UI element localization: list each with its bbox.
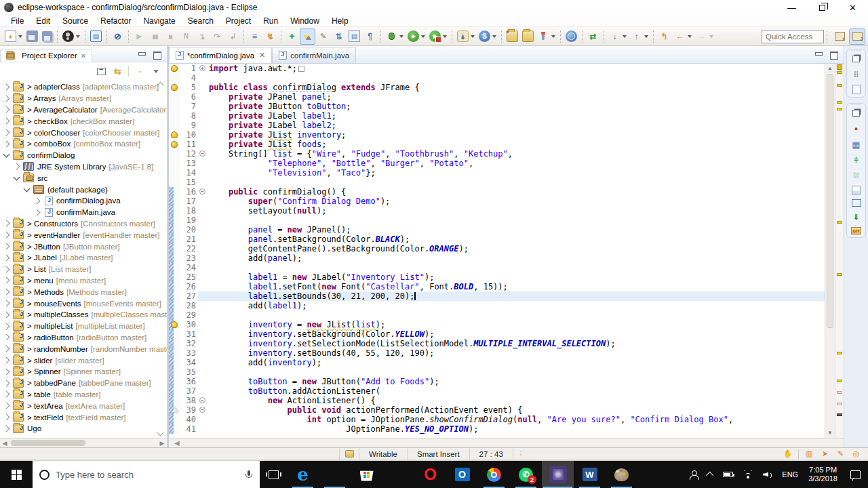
- code-line-36[interactable]: 36 toButton = new JButton("Add to Foods"…: [169, 377, 825, 386]
- back-button[interactable]: [672, 28, 694, 45]
- taskbar-search[interactable]: Type here to search: [33, 461, 260, 488]
- code-line-26[interactable]: 26 label1.setFont(new Font("Castellar", …: [169, 282, 825, 291]
- tree-item-mouseevents[interactable]: > mouseEvents[mouseEvents master]: [0, 298, 167, 309]
- hscroll-left-icon[interactable]: ◀: [0, 439, 9, 448]
- code-line-10[interactable]: 10 private JList inventory;: [169, 130, 825, 140]
- dropdown-arrow-icon[interactable]: [76, 35, 80, 38]
- code-line-35[interactable]: 35: [169, 367, 825, 377]
- expand-arrow-icon[interactable]: [3, 289, 10, 296]
- collapse-arrow-icon[interactable]: [24, 185, 31, 192]
- editor-hscroll-left-icon[interactable]: ◀: [169, 439, 180, 447]
- code-line-28[interactable]: 28 add(label1);: [169, 301, 825, 310]
- edge-taskbar-button[interactable]: e: [287, 461, 319, 488]
- volume-button[interactable]: [758, 461, 777, 488]
- overview-header-mark[interactable]: [837, 64, 842, 70]
- mark-occurrences-button[interactable]: [300, 28, 315, 45]
- dropdown-arrow-icon[interactable]: [18, 35, 22, 38]
- file-explorer-taskbar-button[interactable]: [319, 461, 351, 488]
- language-button[interactable]: ENG: [777, 461, 803, 488]
- tree-item-radiobutton[interactable]: > radioButton[radioButton master]: [0, 332, 167, 344]
- save-all-button[interactable]: [40, 28, 54, 45]
- code-line-27[interactable]: 27 label1.setBounds(30, 21, 200, 20);: [169, 291, 825, 301]
- suspend-button[interactable]: [147, 28, 163, 45]
- tree-item-jlabel[interactable]: > JLabel[JLabel master]: [0, 252, 167, 264]
- expand-arrow-icon[interactable]: [3, 300, 10, 307]
- tree-item-jre-system-library[interactable]: JRE System Library[JavaSE-1.8]: [0, 161, 167, 173]
- expand-arrow-icon[interactable]: [3, 118, 10, 125]
- tree-item-tabbedpane[interactable]: > tabbedPane[tabbedPane master]: [0, 378, 167, 389]
- overview-ruler[interactable]: [835, 64, 844, 438]
- table-view-button[interactable]: [850, 139, 863, 150]
- save-button[interactable]: [24, 28, 40, 45]
- expand-arrow-icon[interactable]: [34, 209, 41, 216]
- code-line-6[interactable]: 6 private JPanel panel;: [169, 92, 825, 102]
- view-menu-button[interactable]: [150, 66, 161, 77]
- warning-marker-icon[interactable]: [171, 321, 178, 328]
- code-line-14[interactable]: 14 "Television", "Taco"};: [169, 168, 825, 178]
- disconnect-button[interactable]: [178, 28, 194, 45]
- collapse-arrow-icon[interactable]: [3, 151, 10, 158]
- annotation-mark[interactable]: [837, 391, 842, 394]
- fold-collapse-icon[interactable]: −: [199, 407, 205, 413]
- code-line-4[interactable]: 4: [169, 73, 825, 83]
- code-line-15[interactable]: 15: [169, 178, 825, 187]
- minimize-button[interactable]: —: [776, 0, 807, 15]
- opera-taskbar-button[interactable]: O: [414, 461, 446, 488]
- console-view-button[interactable]: [852, 199, 861, 207]
- expand-arrow-icon[interactable]: [3, 311, 10, 318]
- explorer-hscrollbar[interactable]: ◀ ▶: [0, 438, 167, 447]
- code-line-11[interactable]: 11 private JList foods;: [169, 140, 825, 149]
- code-line-12[interactable]: 12− String[] list = {"Wire", "Fudge", "T…: [169, 149, 825, 159]
- expand-arrow-icon[interactable]: [3, 129, 10, 136]
- menu-edit[interactable]: Edit: [31, 16, 56, 26]
- new-package-button[interactable]: [284, 28, 300, 45]
- code-line-33[interactable]: 33 inventory.setBounds(40, 55, 120, 190)…: [169, 348, 825, 358]
- vscroll-up-icon[interactable]: ▲: [825, 64, 835, 73]
- expand-arrow-icon[interactable]: [14, 163, 20, 170]
- tree-item-multiplelist[interactable]: > multipleList[multipleList master]: [0, 321, 167, 332]
- collapse-arrow-icon[interactable]: [14, 174, 20, 180]
- tree-item-methods[interactable]: > Methods[Methods master]: [0, 286, 167, 298]
- menu-navigate[interactable]: Navigate: [138, 16, 180, 26]
- tips-icon[interactable]: ◎: [851, 449, 861, 459]
- collapse-all-button[interactable]: [96, 66, 107, 77]
- microphone-icon[interactable]: [245, 470, 252, 479]
- explorer-view-tab[interactable]: Project Explorer ✕: [0, 49, 92, 62]
- clock-button[interactable]: 7:05 PM 3/3/2018: [803, 461, 843, 488]
- quick-access-input[interactable]: [762, 30, 824, 43]
- annotation-mark[interactable]: [837, 403, 842, 405]
- tree-item-constructors[interactable]: > Constructors[Constructors master]: [0, 218, 167, 230]
- sync-view-button[interactable]: [850, 170, 863, 181]
- warning-marker-icon[interactable]: [171, 84, 178, 91]
- menu-project[interactable]: Project: [220, 16, 256, 26]
- tree-item-table[interactable]: > table[table master]: [0, 389, 167, 401]
- debug-button[interactable]: [384, 28, 406, 45]
- dropdown-arrow-icon[interactable]: [709, 35, 713, 38]
- code-line-29[interactable]: 29: [169, 310, 825, 320]
- code-line-19[interactable]: 19: [169, 216, 825, 225]
- code-line-34[interactable]: 34 add(inventory);: [169, 358, 825, 367]
- status-tool-button[interactable]: [339, 448, 359, 460]
- warning-marker-icon[interactable]: [171, 65, 178, 72]
- menu-window[interactable]: Window: [285, 16, 325, 26]
- close-button[interactable]: ✕: [837, 0, 868, 15]
- code-line-41[interactable]: 41 JOptionPane.YES_NO_OPTION);: [169, 424, 825, 434]
- dropdown-arrow-icon[interactable]: [623, 35, 627, 38]
- dropdown-arrow-icon[interactable]: [551, 35, 555, 38]
- store-taskbar-button[interactable]: [351, 461, 382, 488]
- code-line-25[interactable]: 25 label1 = new JLabel("Inventory List")…: [169, 272, 825, 282]
- dropdown-arrow-icon[interactable]: [471, 35, 475, 38]
- tree-item-checkbox[interactable]: > checkBox[checkBox master]: [0, 115, 167, 127]
- code-line-16[interactable]: 16− public confirmDialog() {: [169, 187, 825, 197]
- hscroll-thumb[interactable]: [11, 440, 85, 446]
- code-line-38[interactable]: 38− new ActionListener() {: [169, 396, 825, 405]
- menu-run[interactable]: Run: [258, 16, 283, 26]
- synchronize-button[interactable]: [585, 28, 601, 45]
- code-line-22[interactable]: 22 getContentPane().setBackground(Color.…: [169, 244, 825, 253]
- tree-item-combobox[interactable]: > comboBox[comboBox master]: [0, 138, 167, 150]
- show-whitespace-lines-button[interactable]: [247, 28, 262, 45]
- code-line-40[interactable]: 40 int option = JOptionPane.showConfirmD…: [169, 415, 825, 424]
- people-button[interactable]: [685, 461, 703, 488]
- tree-item-jbutton[interactable]: > JButton[JButton master]: [0, 241, 167, 252]
- tab-close-icon[interactable]: ✕: [259, 51, 265, 60]
